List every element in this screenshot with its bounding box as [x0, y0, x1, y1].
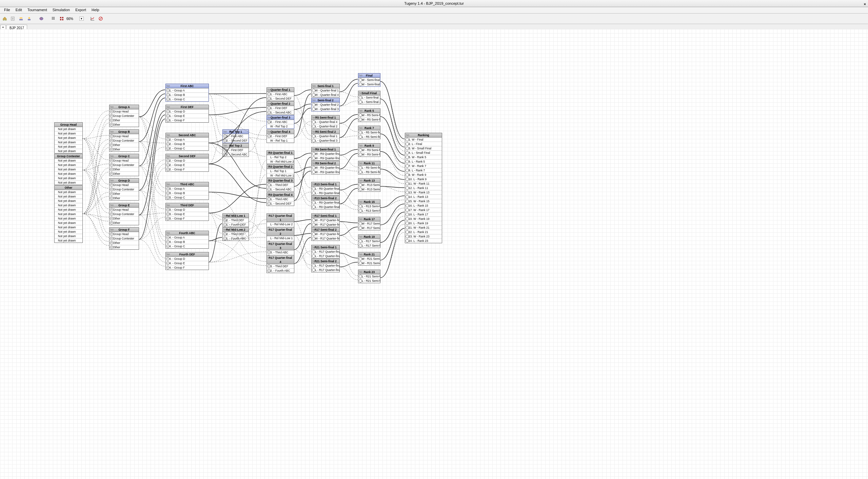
diagram-canvas[interactable]: Group HeadNot yet drawnNot yet drawnNot …	[0, 29, 868, 31]
window-titlebar: Tugeny 1.4 - BJP_2019_concept.tur ×	[0, 0, 868, 7]
menu-export[interactable]: Export	[73, 7, 89, 13]
menu-bar: FileEditTournamentSimulationExportHelp	[0, 7, 868, 14]
menu-edit[interactable]: Edit	[13, 7, 25, 13]
svg-point-2	[21, 17, 22, 19]
svg-rect-16	[53, 19, 54, 20]
svg-rect-14	[54, 18, 55, 19]
svg-point-7	[40, 18, 41, 19]
svg-point-6	[40, 17, 43, 20]
menu-simulation[interactable]: Simulation	[50, 7, 73, 13]
close-icon[interactable]: ×	[864, 1, 866, 7]
svg-rect-21	[62, 19, 63, 20]
svg-rect-11	[54, 17, 55, 18]
svg-rect-12	[52, 18, 53, 19]
svg-point-1	[20, 17, 21, 19]
home-icon[interactable]	[1, 15, 8, 22]
svg-point-8	[41, 18, 42, 18]
svg-rect-13	[53, 18, 54, 19]
menu-help[interactable]: Help	[89, 7, 102, 13]
svg-rect-15	[52, 19, 53, 20]
svg-rect-10	[53, 17, 54, 18]
svg-rect-3	[19, 19, 23, 20]
chart-icon[interactable]	[89, 15, 96, 22]
zoom-value: 66%	[66, 17, 78, 21]
grid-small-icon[interactable]	[50, 15, 57, 22]
svg-rect-20	[60, 19, 61, 20]
svg-rect-5	[28, 19, 31, 20]
svg-rect-9	[52, 17, 53, 18]
svg-line-23	[100, 18, 102, 20]
connections-layer	[0, 29, 498, 31]
svg-rect-17	[54, 19, 55, 20]
svg-rect-18	[60, 17, 61, 18]
menu-tournament[interactable]: Tournament	[25, 7, 50, 13]
grid-large-icon[interactable]	[58, 15, 65, 22]
stop-icon[interactable]	[97, 15, 104, 22]
players-icon[interactable]	[18, 15, 24, 22]
svg-point-4	[28, 17, 30, 19]
menu-file[interactable]: File	[1, 7, 13, 13]
palette-icon[interactable]	[38, 15, 45, 22]
new-icon[interactable]	[9, 15, 16, 22]
player-icon[interactable]	[26, 15, 33, 22]
svg-rect-19	[62, 17, 63, 18]
zoom-dropdown[interactable]: ▾	[79, 17, 84, 21]
window-title: Tugeny 1.4 - BJP_2019_concept.tur	[404, 1, 464, 5]
toolbar: 66% ▾	[0, 14, 868, 24]
